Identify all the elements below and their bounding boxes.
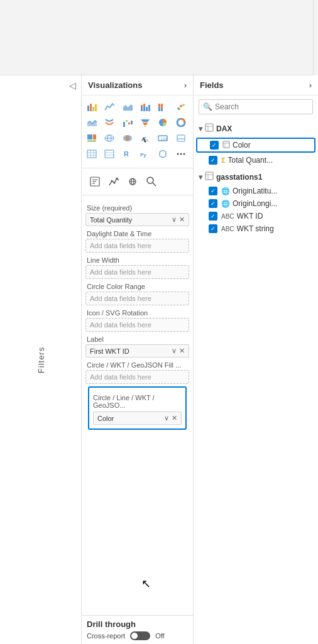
line-chart-icon[interactable]	[102, 99, 117, 114]
map-icon[interactable]	[102, 131, 117, 146]
circle-line-field-name: Color	[97, 415, 164, 422]
gauge-icon[interactable]	[138, 131, 153, 146]
dax-group-header[interactable]: ▾ DAX	[194, 121, 318, 136]
label-field-item[interactable]: First WKT ID ∨ ✕	[85, 344, 189, 357]
more-visuals-icon[interactable]	[173, 146, 189, 161]
fields-expand-icon[interactable]: ›	[309, 80, 312, 90]
svg-rect-12	[158, 104, 160, 107]
svg-rect-20	[123, 122, 125, 127]
custom-visual-icon[interactable]	[155, 146, 170, 161]
icon-svg-drop[interactable]: Add data fields here	[85, 318, 189, 332]
circle-wkt-fill-drop[interactable]: Add data fields here	[85, 370, 189, 384]
filters-label: Filters	[36, 346, 45, 373]
size-field-remove-icon[interactable]: ✕	[179, 216, 185, 224]
svg-point-61	[111, 180, 113, 182]
line-width-drop[interactable]: Add data fields here	[85, 265, 189, 279]
size-field-name: Total Quantity	[90, 216, 172, 224]
svg-rect-22	[128, 123, 130, 124]
origin-lat-field-name: OriginLatitu...	[233, 187, 313, 195]
viz-divider-2	[82, 195, 193, 195]
circle-line-field-item[interactable]: Color ∨ ✕	[93, 412, 182, 425]
waterfall-icon[interactable]	[120, 115, 135, 130]
label-field-dropdown-icon[interactable]: ∨	[172, 347, 177, 355]
fields-panel: Fields › 🔍 ▾ DAX ✓	[194, 75, 318, 644]
drill-through-title: Drill through	[87, 619, 188, 629]
svg-rect-14	[161, 104, 163, 108]
svg-rect-48	[105, 150, 114, 158]
filled-map-icon[interactable]	[120, 131, 135, 146]
fields-icon[interactable]	[124, 173, 141, 190]
svg-text:123: 123	[161, 137, 168, 141]
svg-point-54	[177, 153, 178, 155]
python-icon[interactable]: Py	[138, 146, 153, 161]
filters-collapse-icon[interactable]: ◁	[69, 80, 76, 90]
check-icon: ✓	[212, 142, 217, 148]
total-quantity-field-item[interactable]: ✓ Σ Total Quant...	[194, 154, 318, 166]
dax-collapse-icon: ▾	[199, 124, 202, 133]
format-icon[interactable]	[87, 173, 103, 190]
ribbon-icon[interactable]	[102, 115, 117, 130]
wkt-id-field-item[interactable]: ✓ ABC WKT ID	[194, 210, 318, 222]
r-script-icon[interactable]: R	[120, 146, 135, 161]
size-field-item[interactable]: Total Quantity ∨ ✕	[85, 213, 189, 226]
circle-color-drop[interactable]: Add data fields here	[85, 292, 189, 305]
color-type-icon	[222, 141, 230, 150]
table-viz-icon[interactable]	[102, 146, 117, 161]
svg-point-17	[182, 104, 185, 106]
check-icon-3: ✓	[211, 188, 216, 194]
total-qty-type-icon: Σ	[221, 156, 226, 164]
area-chart-icon[interactable]	[120, 99, 135, 114]
wkt-string-checkbox: ✓	[209, 224, 217, 233]
wkt-string-type-icon: ABC	[221, 226, 234, 232]
treemap-icon[interactable]	[84, 131, 99, 146]
funnel-icon[interactable]	[138, 115, 153, 130]
search-viz-icon[interactable]	[143, 173, 160, 190]
matrix-icon[interactable]	[84, 146, 99, 161]
total-qty-field-name: Total Quant...	[228, 156, 313, 165]
viz-divider	[82, 168, 193, 168]
origin-lat-type-icon: 🌐	[221, 187, 230, 195]
circle-wkt-fill-label: Circle / WKT / GeoJSON Fill ...	[85, 361, 189, 369]
color-field-item[interactable]: ✓ Color	[196, 138, 315, 153]
kpi-icon[interactable]	[173, 131, 189, 146]
svg-text:R: R	[124, 150, 129, 158]
label-field-remove-icon[interactable]: ✕	[179, 347, 185, 355]
pie-icon[interactable]	[155, 115, 170, 130]
origin-lat-field-item[interactable]: ✓ 🌐 OriginLatitu...	[194, 185, 318, 197]
wkt-string-field-item[interactable]: ✓ ABC WKT string	[194, 222, 318, 235]
fields-list: ▾ DAX ✓ Color ✓ Σ	[194, 118, 318, 644]
cross-report-label: Cross-report	[87, 632, 125, 640]
stacked-bar-icon[interactable]	[138, 99, 153, 114]
check-icon-6: ✓	[211, 226, 216, 232]
cross-report-row: Cross-report Off	[87, 631, 188, 640]
visualizations-panel: Visualizations ›	[82, 75, 194, 644]
total-qty-checkbox: ✓	[209, 156, 217, 165]
svg-text:Py: Py	[140, 152, 146, 158]
size-field-dropdown-icon[interactable]: ∨	[172, 216, 177, 224]
origin-lon-field-item[interactable]: ✓ 🌐 OriginLongi...	[194, 197, 318, 210]
svg-rect-5	[141, 107, 143, 111]
card-icon[interactable]: 123	[155, 131, 170, 146]
gasstations1-collapse-icon: ▾	[199, 173, 202, 182]
fields-search-box[interactable]: 🔍	[199, 99, 313, 114]
svg-rect-8	[143, 104, 145, 106]
gasstations1-group-header[interactable]: ▾ gasstations1	[194, 169, 318, 185]
scatter-icon[interactable]	[173, 99, 189, 114]
visualizations-expand-icon[interactable]: ›	[184, 80, 187, 90]
cross-report-toggle[interactable]	[130, 631, 150, 640]
check-icon-5: ✓	[211, 213, 216, 219]
circle-line-dropdown-icon[interactable]: ∨	[164, 414, 169, 422]
origin-lat-checkbox: ✓	[209, 187, 217, 195]
line-area-icon[interactable]	[84, 115, 99, 130]
search-input[interactable]	[215, 102, 309, 111]
svg-point-36	[126, 135, 129, 141]
bar-chart-icon[interactable]	[84, 99, 99, 114]
daylight-drop[interactable]: Add data fields here	[85, 239, 189, 253]
main-area: ◁ Filters Visualizations ›	[0, 75, 318, 644]
donut-icon[interactable]	[173, 115, 189, 130]
svg-rect-41	[177, 135, 185, 141]
100pct-bar-icon[interactable]	[155, 99, 170, 114]
circle-line-remove-icon[interactable]: ✕	[172, 414, 177, 422]
analytics-icon[interactable]	[106, 173, 122, 190]
visualizations-title: Visualizations	[88, 80, 142, 90]
